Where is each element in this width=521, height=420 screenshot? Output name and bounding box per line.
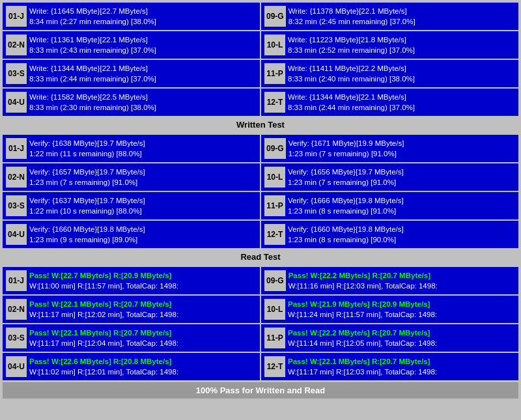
verify-cell-09g: 09-G Verify: {1671 MByte}[19.9 MByte/s] … xyxy=(261,135,518,162)
write-row2-01j: 8:34 min (2:27 min remaining) [38.0%] xyxy=(29,16,257,27)
result-cell-12t: 12-T Pass! W:[22.1 MByte/s] R:[20.7 MByt… xyxy=(261,353,518,380)
result-cell-03s: 03-S Pass! W:[22.1 MByte/s] R:[20.7 MByt… xyxy=(3,324,260,352)
write-row1-02n: Write: {11361 MByte}[22.1 MByte/s] xyxy=(29,35,257,45)
device-id-01j: 01-J xyxy=(6,6,27,27)
write-row1-01j: Write: {11645 MByte}[22.7 MByte/s] xyxy=(29,6,257,16)
write-cell-10l: 10-L Write: {11223 MByte}[21.8 MByte/s] … xyxy=(261,31,518,59)
verify-cell-11p: 11-P Verify: {1666 MByte}[19.8 MByte/s] … xyxy=(261,192,518,219)
verify-cell-12t: 12-T Verify: {1660 MByte}[19.8 MByte/s] … xyxy=(261,221,518,248)
verify-row1-04u: Verify: {1660 MByte}[19.8 MByte/s] xyxy=(29,224,257,234)
result-row1-09g: Pass! W:[22.2 MByte/s] R:[20.7 MByte/s] xyxy=(289,270,515,281)
write-row1-04u: Write: {11582 MByte}[22.5 MByte/s] xyxy=(29,92,257,102)
result-cell-01j: 01-J Pass! W:[22.7 MByte/s] R:[20.9 MByt… xyxy=(3,267,260,294)
verify-row2-11p: 1:23 min (8 s remaining) [91.0%] xyxy=(288,206,515,216)
verify-row1-10l: Verify: {1656 MByte}[19.7 MByte/s] xyxy=(288,167,515,177)
result-cell-09g: 09-G Pass! W:[22.2 MByte/s] R:[20.7 MByt… xyxy=(261,267,518,294)
write-row2-10l: 8:33 min (2:52 min remaining) [37.0%] xyxy=(288,45,515,55)
verify-row2-01j: 1:22 min (11 s remaining) [88.0%] xyxy=(29,148,257,159)
verify-cell-03s: 03-S Verify: {1637 MByte}[19.7 MByte/s] … xyxy=(3,192,260,219)
verify-device-id-04u: 04-U xyxy=(6,224,27,245)
result-row1-11p: Pass! W:[22.2 MByte/s] R:[20.7 MByte/s] xyxy=(288,328,515,338)
write-row1-10l: Write: {11223 MByte}[21.8 MByte/s] xyxy=(288,35,515,45)
result-device-id-03s: 03-S xyxy=(6,328,27,348)
write-cell-02n: 02-N Write: {11361 MByte}[22.1 MByte/s] … xyxy=(3,31,260,59)
result-row2-01j: W:[11:00 min] R:[11:57 min], TotalCap: 1… xyxy=(29,281,257,291)
result-device-id-10l: 10-L xyxy=(264,299,285,320)
result-device-id-02n: 02-N xyxy=(6,299,27,320)
result-row2-09g: W:[11:16 min] R:[12:03 min], TotalCap: 1… xyxy=(289,281,515,291)
write-row1-11p: Write: {11411 MByte}[22.2 MByte/s] xyxy=(288,63,515,74)
write-cell-09g: 09-G Write: {11378 MByte}[22.1 MByte/s] … xyxy=(261,3,518,30)
device-id-02n: 02-N xyxy=(6,35,27,55)
result-row1-03s: Pass! W:[22.1 MByte/s] R:[20.7 MByte/s] xyxy=(29,328,257,338)
verify-row2-02n: 1:23 min (7 s remaining) [91.0%] xyxy=(29,177,257,188)
device-id-09g: 09-G xyxy=(264,6,286,27)
device-id-10l: 10-L xyxy=(264,35,285,55)
verify-row1-03s: Verify: {1637 MByte}[19.7 MByte/s] xyxy=(29,195,257,206)
result-row2-03s: W:[11:17 min] R:[12:04 min], TotalCap: 1… xyxy=(29,338,257,348)
device-id-12t: 12-T xyxy=(264,92,285,113)
write-row1-12t: Write: {11344 MByte}[22.1 MByte/s] xyxy=(288,92,515,102)
write-row2-03s: 8:33 min (2:44 min remaining) [37.0%] xyxy=(29,74,257,84)
verify-row2-09g: 1:23 min (7 s remaining) [91.0%] xyxy=(289,148,515,159)
result-row1-02n: Pass! W:[22.1 MByte/s] R:[20.7 MByte/s] xyxy=(29,299,257,309)
verify-row1-11p: Verify: {1666 MByte}[19.8 MByte/s] xyxy=(288,195,515,206)
verify-row1-02n: Verify: {1657 MByte}[19.7 MByte/s] xyxy=(29,167,257,177)
write-cell-12t: 12-T Write: {11344 MByte}[22.1 MByte/s] … xyxy=(261,89,518,116)
result-device-id-12t: 12-T xyxy=(264,356,285,377)
verify-grid: 01-J Verify: {1638 MByte}[19.7 MByte/s] … xyxy=(3,135,518,248)
verify-device-id-09g: 09-G xyxy=(264,138,286,159)
results-section: 01-J Pass! W:[22.7 MByte/s] R:[20.9 MByt… xyxy=(3,267,518,380)
write-row2-02n: 8:33 min (2:43 min remaining) [37.0%] xyxy=(29,45,257,55)
device-id-04u: 04-U xyxy=(6,92,27,113)
verify-cell-04u: 04-U Verify: {1660 MByte}[19.8 MByte/s] … xyxy=(3,221,260,248)
result-cell-02n: 02-N Pass! W:[22.1 MByte/s] R:[20.7 MByt… xyxy=(3,296,260,323)
main-container: 01-J Write: {11645 MByte}[22.7 MByte/s] … xyxy=(0,0,521,401)
verify-row2-10l: 1:23 min (7 s remaining) [91.0%] xyxy=(288,177,515,188)
verify-row2-04u: 1:23 min (9 s remaining) [89.0%] xyxy=(29,234,257,245)
verify-row1-12t: Verify: {1660 MByte}[19.8 MByte/s] xyxy=(288,224,515,234)
result-row1-01j: Pass! W:[22.7 MByte/s] R:[20.9 MByte/s] xyxy=(29,270,257,281)
results-grid: 01-J Pass! W:[22.7 MByte/s] R:[20.9 MByt… xyxy=(3,267,518,380)
write-section: 01-J Write: {11645 MByte}[22.7 MByte/s] … xyxy=(3,3,518,133)
verify-device-id-12t: 12-T xyxy=(264,224,285,245)
verify-row2-03s: 1:22 min (10 s remaining) [88.0%] xyxy=(29,206,257,216)
write-row1-03s: Write: {11344 MByte}[22.1 MByte/s] xyxy=(29,63,257,74)
verify-device-id-01j: 01-J xyxy=(6,138,27,159)
device-id-11p: 11-P xyxy=(264,63,285,84)
write-cell-11p: 11-P Write: {11411 MByte}[22.2 MByte/s] … xyxy=(261,60,518,87)
verify-row2-12t: 1:23 min (8 s remaining) [90.0%] xyxy=(288,234,515,245)
verify-device-id-02n: 02-N xyxy=(6,167,27,188)
result-row2-02n: W:[11:17 min] R:[12:02 min], TotalCap: 1… xyxy=(29,309,257,320)
verify-cell-10l: 10-L Verify: {1656 MByte}[19.7 MByte/s] … xyxy=(261,163,518,191)
verify-device-id-11p: 11-P xyxy=(264,195,285,216)
write-row2-11p: 8:33 min (2:40 min remaining) [38.0%] xyxy=(288,74,515,84)
result-row2-10l: W:[11:24 min] R:[11:57 min], TotalCap: 1… xyxy=(288,309,515,320)
verify-row1-09g: Verify: {1671 MByte}[19.9 MByte/s] xyxy=(289,138,515,148)
write-row2-04u: 8:33 min (2:30 min remaining) [38.0%] xyxy=(29,102,257,113)
verify-cell-02n: 02-N Verify: {1657 MByte}[19.7 MByte/s] … xyxy=(3,163,260,191)
write-section-header: Written Test xyxy=(3,117,518,132)
write-grid: 01-J Write: {11645 MByte}[22.7 MByte/s] … xyxy=(3,3,518,116)
verify-section-header: Read Test xyxy=(3,249,518,264)
result-cell-04u: 04-U Pass! W:[22.6 MByte/s] R:[20.8 MByt… xyxy=(3,353,260,380)
verify-device-id-10l: 10-L xyxy=(264,167,285,188)
footer-status: 100% Pass for Written and Read xyxy=(3,382,518,399)
result-row1-10l: Pass! W:[21.9 MByte/s] R:[20.9 MByte/s] xyxy=(288,299,515,309)
result-cell-11p: 11-P Pass! W:[22.2 MByte/s] R:[20.7 MByt… xyxy=(261,324,518,352)
verify-device-id-03s: 03-S xyxy=(6,195,27,216)
result-device-id-11p: 11-P xyxy=(264,328,285,348)
write-row1-09g: Write: {11378 MByte}[22.1 MByte/s] xyxy=(289,6,515,16)
result-device-id-04u: 04-U xyxy=(6,356,27,377)
write-cell-03s: 03-S Write: {11344 MByte}[22.1 MByte/s] … xyxy=(3,60,260,87)
result-row2-04u: W:[11:02 min] R:[12:01 min], TotalCap: 1… xyxy=(29,367,257,377)
write-cell-04u: 04-U Write: {11582 MByte}[22.5 MByte/s] … xyxy=(3,89,260,116)
result-row2-11p: W:[11:14 min] R:[12:05 min], TotalCap: 1… xyxy=(288,338,515,348)
device-id-03s: 03-S xyxy=(6,63,27,84)
write-cell-01j: 01-J Write: {11645 MByte}[22.7 MByte/s] … xyxy=(3,3,260,30)
result-device-id-09g: 09-G xyxy=(264,270,286,291)
write-row2-09g: 8:32 min (2:45 min remaining) [37.0%] xyxy=(289,16,515,27)
verify-row1-01j: Verify: {1638 MByte}[19.7 MByte/s] xyxy=(29,138,257,148)
result-device-id-01j: 01-J xyxy=(6,270,27,291)
result-row2-12t: W:[11:17 min] R:[12:03 min], TotalCap: 1… xyxy=(288,367,515,377)
